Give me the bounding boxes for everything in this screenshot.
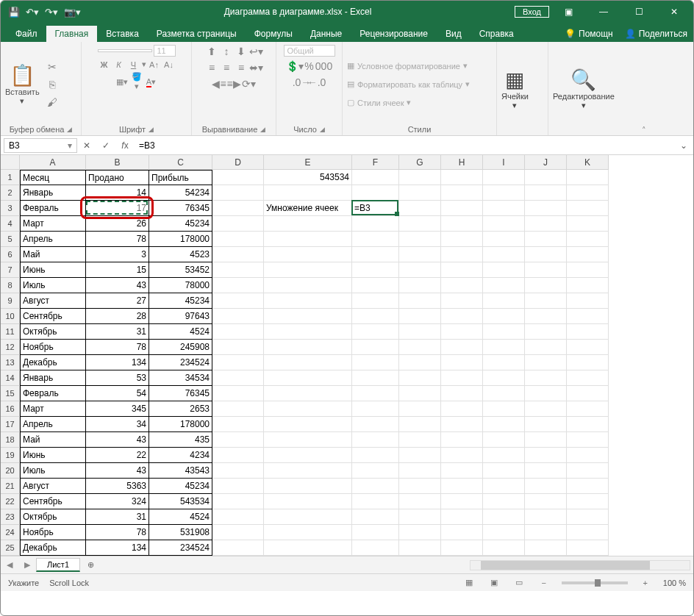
row-header[interactable]: 22 [1,494,20,509]
cell[interactable]: Март [20,216,86,232]
select-all-corner[interactable] [1,155,20,170]
cell[interactable] [399,525,441,540]
cell[interactable] [212,370,264,386]
row-header[interactable]: 17 [1,417,20,432]
cell[interactable]: 43 [86,463,149,479]
row-header[interactable]: 13 [1,355,20,370]
cell[interactable]: 22 [86,448,149,463]
cell[interactable] [399,432,441,448]
cell[interactable]: 543534 [149,494,212,509]
cell[interactable] [567,509,609,525]
tab-help[interactable]: Справка [471,26,523,42]
cell[interactable] [264,232,352,247]
cell[interactable]: Июль [20,278,86,293]
cell[interactable] [567,525,609,540]
cell[interactable] [352,185,399,201]
cell[interactable] [399,340,441,355]
cell[interactable]: 234524 [149,355,212,370]
cell[interactable] [399,216,441,232]
tell-me[interactable]: 💡Помощн [559,26,619,42]
cell[interactable]: 54234 [149,185,212,201]
tab-insert[interactable]: Вставка [97,26,148,42]
cell[interactable] [525,216,567,232]
cell[interactable] [212,185,264,201]
cell[interactable] [399,386,441,401]
cell[interactable] [525,185,567,201]
col-header[interactable]: A [20,155,86,170]
cell[interactable] [567,185,609,201]
cell[interactable] [212,262,264,278]
ribbon-options-icon[interactable]: ▣ [552,1,584,23]
cell[interactable] [483,479,525,494]
cell[interactable]: 78 [86,340,149,355]
cell[interactable] [399,370,441,386]
cell[interactable] [567,479,609,494]
cell[interactable] [525,540,567,556]
paste-button[interactable]: 📋 Вставить▾ [5,63,40,106]
cell[interactable]: 26 [86,216,149,232]
spreadsheet-grid[interactable]: ABCDEFGHIJK 1234567891011121314151617181… [1,155,693,556]
cell[interactable]: Ноябрь [20,525,86,540]
cell[interactable] [352,340,399,355]
zoom-slider[interactable] [562,581,628,584]
cell[interactable] [399,448,441,463]
cell[interactable] [567,232,609,247]
cell[interactable] [264,509,352,525]
cell[interactable] [399,309,441,324]
cell[interactable] [567,355,609,370]
cell[interactable]: Январь [20,370,86,386]
cell[interactable]: 2653 [149,401,212,417]
indent-inc-icon[interactable]: ≡▶ [227,77,240,90]
redo-icon[interactable]: ↷▾ [45,7,58,18]
cell[interactable]: 45234 [149,293,212,309]
col-header[interactable]: G [399,155,441,170]
cell[interactable] [567,262,609,278]
align-left-icon[interactable]: ≡ [205,61,218,74]
cell[interactable]: 78 [86,525,149,540]
cell[interactable] [483,432,525,448]
cell[interactable]: Июль [20,463,86,479]
cell[interactable]: 245908 [149,340,212,355]
cell[interactable] [483,463,525,479]
cells-button[interactable]: ▦Ячейки▾ [501,68,529,110]
copy-icon[interactable]: ⎘ [46,78,59,91]
cell[interactable] [212,170,264,185]
cell[interactable]: Апрель [20,232,86,247]
row-header[interactable]: 7 [1,262,20,278]
cell[interactable] [525,278,567,293]
cell[interactable] [567,247,609,262]
cell[interactable] [483,370,525,386]
cell[interactable] [264,278,352,293]
tab-data[interactable]: Данные [301,26,351,42]
cell[interactable] [525,479,567,494]
dialog-launcher-icon[interactable]: ◢ [67,126,72,133]
cell[interactable]: 178000 [149,232,212,247]
cell[interactable] [525,401,567,417]
align-center-icon[interactable]: ≡ [220,61,233,74]
orient-icon[interactable]: ⟳▾ [242,77,255,90]
tab-home[interactable]: Главная [46,26,98,42]
zoom-in-icon[interactable]: + [638,579,653,587]
cell[interactable] [441,463,483,479]
row-header[interactable]: 14 [1,370,20,386]
cell[interactable] [567,309,609,324]
cell[interactable] [264,525,352,540]
cell[interactable] [352,509,399,525]
col-header[interactable]: D [212,155,264,170]
cell[interactable] [441,309,483,324]
cell[interactable] [399,201,441,216]
cell[interactable] [525,232,567,247]
cell[interactable]: 53452 [149,262,212,278]
cell[interactable] [212,540,264,556]
font-name-input[interactable] [98,49,152,52]
cell[interactable]: Июнь [20,262,86,278]
tab-review[interactable]: Рецензирование [351,26,437,42]
cell[interactable] [441,417,483,432]
cell[interactable]: Умножение ячеек [264,201,352,216]
cell[interactable]: 31 [86,324,149,340]
cell[interactable] [441,262,483,278]
cell[interactable] [399,293,441,309]
decrease-font-icon[interactable]: A↓ [162,60,176,69]
cell[interactable] [352,232,399,247]
cell[interactable]: 76345 [149,386,212,401]
